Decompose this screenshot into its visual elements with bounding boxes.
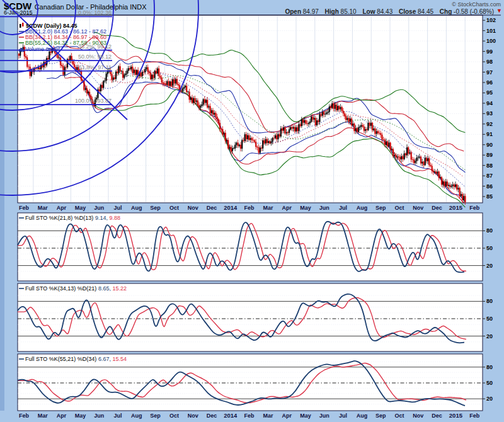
svg-text:20: 20 [486,263,493,269]
volume-legend: Volume undef [25,46,60,52]
gridlines [18,16,483,410]
svg-text:Apr: Apr [57,413,67,419]
svg-text:Jun: Jun [94,413,104,419]
percent-k-line [18,222,464,273]
stockcharts-page: $CDW Canadian Dollar - Philadelphia INDX… [0,0,504,422]
stoch-panel-1: 805020Full STO %K(21,8) %D(13) 9.14, 9.8… [18,213,493,281]
svg-text:20: 20 [486,396,493,402]
candlestick-series [18,44,466,205]
svg-text:Dec: Dec [207,413,217,419]
chart-canvas: 858687888990919293949596979899100101102F… [0,0,504,422]
svg-text:Apr: Apr [57,205,67,211]
percent-k-line [18,361,465,406]
svg-text:Oct: Oct [169,205,179,211]
chg-down-triangle-icon: ▼ [496,8,502,14]
svg-text:86: 86 [486,183,493,190]
svg-text:20: 20 [486,333,493,339]
svg-text:93: 93 [486,110,493,117]
svg-text:Jul: Jul [339,413,347,419]
svg-text:Feb: Feb [469,413,480,419]
left-margin-strip [0,15,4,411]
svg-text:Feb: Feb [244,413,255,419]
main-legend: $CDW (Daily) 84.45BB(21,2.0) 84.63 - 86.… [19,23,106,52]
percent-d-line [18,363,466,402]
fib-level-label: 61.8%: 97.11 [79,64,112,71]
svg-text:94: 94 [486,100,493,106]
svg-text:Feb: Feb [19,205,30,211]
svg-text:96: 96 [486,79,493,86]
ohlc-row: Open 84.97 High 85.10 Low 84.43 Close 84… [280,8,494,15]
svg-text:Dec: Dec [432,205,442,211]
svg-text:Oct: Oct [394,205,404,211]
svg-text:Jun: Jun [319,205,329,211]
open-value: 84.97 [303,8,319,15]
svg-text:Apr: Apr [282,205,292,211]
svg-text:Feb: Feb [469,205,480,211]
month-axis: FebMarAprMayJunJulAugSepOctNovDec2014Feb… [19,204,480,211]
candlestick-icon [20,23,24,28]
month-axis: FebMarAprMayJunJulAugSepOctNovDec2014Feb… [19,412,480,419]
percent-d-line [18,298,466,339]
low-label: Low [362,8,375,15]
svg-text:Mar: Mar [38,413,49,419]
svg-text:Nov: Nov [188,205,198,211]
svg-text:Nov: Nov [413,413,423,419]
main-price-panel [18,15,501,410]
bb-legend-row: BB(21,2.0) 84.63 - 86.12 - 87.62 [25,28,106,35]
stoch-panel-2: 805020Full STO %K(34,13) %D(21) 8.65, 15… [18,283,493,351]
svg-text:100: 100 [486,38,496,44]
svg-text:Jul: Jul [113,205,122,211]
price-axis-right: 858687888990919293949596979899100101102 [483,17,496,200]
fib-arc [0,0,113,110]
svg-text:Jun: Jun [94,205,104,211]
stoch-legend: Full STO %K(34,13) %D(21) 8.65, 15.22 [25,285,127,292]
svg-text:Jul: Jul [113,413,122,419]
close-label: Close [399,8,416,15]
volume-bars-icon [19,48,24,52]
svg-text:Dec: Dec [207,205,217,211]
svg-text:Nov: Nov [188,413,198,419]
percent-d-line [18,223,466,271]
bollinger-bands [47,33,465,207]
svg-text:Sep: Sep [150,205,161,211]
main-plot-area [18,15,483,203]
chg-value: -0.58 (-0.68%) [454,8,494,15]
svg-text:99: 99 [486,48,493,55]
fibonacci-overlay [0,0,198,195]
high-value: 85.10 [341,8,357,15]
svg-text:2015: 2015 [449,204,463,211]
svg-text:Jun: Jun [319,413,329,419]
main-legend-title: $CDW (Daily) 84.45 [26,23,77,29]
svg-text:Feb: Feb [244,205,255,211]
svg-text:May: May [75,413,86,419]
chg-label: Chg [440,8,452,15]
stoch-legend: Full STO %K(21,8) %D(13) 9.14, 9.88 [25,215,120,221]
svg-text:2015: 2015 [449,412,463,419]
stoch-panel-3: 805020Full STO %K(55,21) %D(34) 6.67, 15… [18,354,493,411]
svg-text:98: 98 [486,59,493,65]
svg-text:Sep: Sep [375,413,386,419]
svg-text:Oct: Oct [394,413,404,419]
svg-text:Oct: Oct [169,413,179,419]
svg-text:Dec: Dec [432,413,442,419]
svg-text:Sep: Sep [375,205,386,211]
fib-baseline [3,0,127,120]
stoch-legend: Full STO %K(55,21) %D(34) 6.67, 15.54 [25,356,127,362]
svg-text:50: 50 [486,380,493,386]
stoch-plot-area [18,283,483,351]
svg-text:89: 89 [486,152,493,158]
svg-text:85: 85 [486,193,493,200]
svg-text:Feb: Feb [19,413,30,419]
open-label: Open [285,8,301,15]
fib-level-label: 50.0%: 98.12 [78,54,112,60]
svg-text:Jul: Jul [339,205,347,211]
fib-arc [0,0,198,195]
svg-text:May: May [300,413,311,419]
stoch-plot-area [18,354,483,411]
svg-text:102: 102 [486,17,496,23]
copyright: © StockCharts.com [452,1,501,8]
svg-text:2014: 2014 [224,412,238,419]
svg-text:Sep: Sep [150,413,161,419]
high-label: High [325,8,339,15]
svg-text:May: May [75,205,86,211]
